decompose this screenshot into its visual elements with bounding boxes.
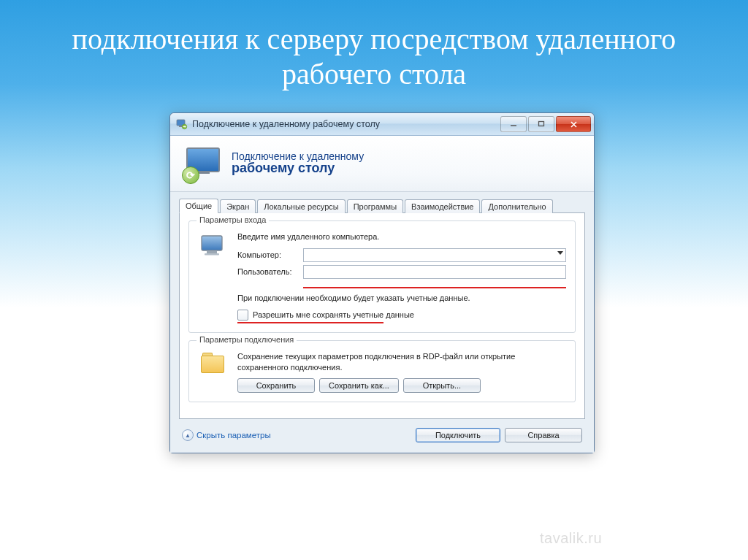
highlight-underline-2 xyxy=(237,322,383,323)
computer-label: Компьютер: xyxy=(237,250,296,259)
folder-icon xyxy=(198,351,229,394)
highlight-underline-1 xyxy=(303,287,566,288)
user-input[interactable] xyxy=(303,265,566,279)
group-connection-settings: Параметры подключения Сохранение текущих… xyxy=(188,340,576,403)
open-button[interactable]: Открыть... xyxy=(403,378,481,393)
window-controls xyxy=(500,116,591,132)
tab-local-resources[interactable]: Локальные ресурсы xyxy=(257,199,345,213)
tab-display[interactable]: Экран xyxy=(220,199,256,213)
close-button[interactable] xyxy=(556,116,591,132)
tab-general[interactable]: Общие xyxy=(179,199,218,213)
save-credentials-checkbox[interactable] xyxy=(237,310,248,321)
tab-strip: Общие Экран Локальные ресурсы Программы … xyxy=(170,192,594,212)
group-connection-title: Параметры подключения xyxy=(196,335,297,344)
tab-experience[interactable]: Взаимодействие xyxy=(405,199,480,213)
slide-background: подключения к серверу посредством удален… xyxy=(0,0,748,560)
login-instruction: Введите имя удаленного компьютера. xyxy=(237,231,566,242)
presentation-title: подключения к серверу посредством удален… xyxy=(45,0,703,92)
app-icon xyxy=(176,118,188,130)
login-monitor-icon xyxy=(198,231,229,323)
chevron-down-icon xyxy=(557,251,563,255)
user-label: Пользователь: xyxy=(237,267,296,276)
computer-combobox[interactable] xyxy=(303,248,566,262)
credentials-note: При подключении необходимо будет указать… xyxy=(237,293,566,304)
connection-desc: Сохранение текущих параметров подключени… xyxy=(237,351,566,373)
minimize-button[interactable] xyxy=(500,116,527,132)
svg-rect-7 xyxy=(205,253,219,256)
header-line2: рабочему столу xyxy=(232,161,364,176)
save-as-button[interactable]: Сохранить как... xyxy=(319,378,399,393)
svg-rect-6 xyxy=(207,251,217,253)
group-login-settings: Параметры входа xyxy=(188,220,576,333)
hide-options-link[interactable]: ▲ Скрыть параметры xyxy=(182,429,271,441)
window-titlebar[interactable]: Подключение к удаленному рабочему столу xyxy=(170,113,594,136)
help-button[interactable]: Справка xyxy=(505,428,582,442)
header-computer-icon: ⟳ xyxy=(185,145,221,181)
dialog-header: ⟳ Подключение к удаленному рабочему стол… xyxy=(170,136,594,192)
collapse-arrow-icon: ▲ xyxy=(182,429,194,441)
watermark-text: tavalik.ru xyxy=(540,530,602,547)
svg-rect-4 xyxy=(539,122,544,126)
group-login-title: Параметры входа xyxy=(196,215,269,224)
save-credentials-label: Разрешить мне сохранять учетные данные xyxy=(253,310,414,319)
tab-panel-general: Параметры входа xyxy=(179,212,585,419)
tab-advanced[interactable]: Дополнительно xyxy=(481,199,552,213)
tab-programs[interactable]: Программы xyxy=(347,199,403,213)
window-title: Подключение к удаленному рабочему столу xyxy=(192,119,500,129)
svg-rect-5 xyxy=(202,236,222,250)
dialog-footer: ▲ Скрыть параметры Подключить Справка xyxy=(170,422,594,453)
rdp-window: Подключение к удаленному рабочему столу … xyxy=(169,112,595,453)
connect-button[interactable]: Подключить xyxy=(416,428,500,442)
save-button[interactable]: Сохранить xyxy=(237,378,315,393)
maximize-button[interactable] xyxy=(528,116,554,132)
